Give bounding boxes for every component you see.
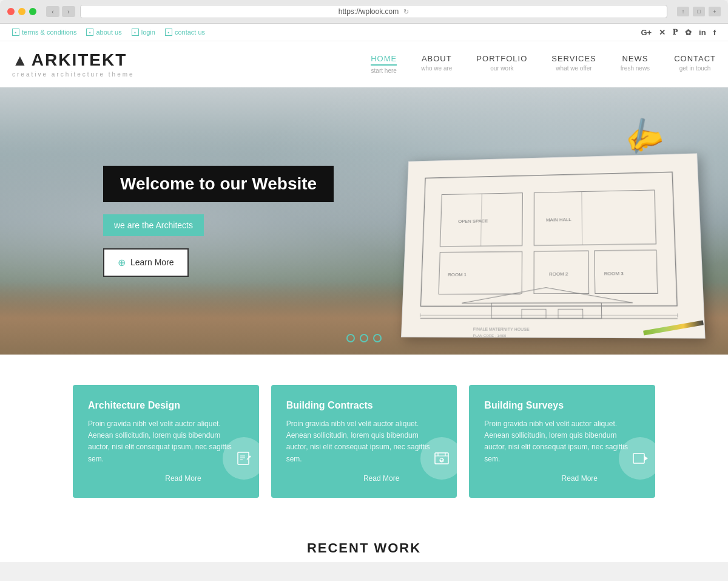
svg-text:PLAN CORE - 1:500: PLAN CORE - 1:500 [473,334,507,338]
hero-subtitle: we are the Architects [103,214,204,236]
url-text: https://wplook.com [339,7,399,16]
contact-icon: ▪ [165,29,172,36]
browser-dots [7,8,36,15]
utility-links: ▪ terms & conditions ▪ about us ▪ login … [12,29,205,36]
service-card-contracts: Building Contracts Proin gravida nibh ve… [271,385,457,498]
tab-button[interactable]: □ [693,7,705,16]
service-card-surveys: Building Surveys Proin gravida nibh vel … [469,385,655,498]
about-icon: ▪ [86,29,93,36]
logo: ▲ ARKITEKT creative architecture theme [12,50,135,78]
nav-item-about[interactable]: ABOUT who we are [421,54,452,72]
service-desc-0: Proin gravida nibh vel velit auctor aliq… [88,418,244,465]
browser-nav: ‹ › [46,6,75,17]
login-icon: ▪ [132,29,139,36]
nav-label-portfolio: PORTFOLIO [476,54,527,63]
service-card-architecture: Architecture Design Proin gravida nibh v… [73,385,259,498]
svg-marker-29 [644,456,648,461]
svg-text:ROOM 1: ROOM 1 [448,271,467,277]
nav-sub-about: who we are [421,65,452,72]
browser-chrome: ‹ › https://wplook.com ↻ ↑ □ + [0,0,728,24]
hero-content: Welcome to our Website we are the Archit… [0,166,334,277]
terms-icon: ▪ [12,29,19,36]
nav-sub-services: what we offer [556,65,592,72]
blueprint-svg: OPEN SPACE MAIN HALL ROOM 1 ROOM 2 ROOM … [402,154,704,338]
hero-blueprint: ✍ [382,130,698,336]
website: ▪ terms & conditions ▪ about us ▪ login … [0,24,728,562]
nav-item-contact[interactable]: CONTACT get in touch [674,54,716,72]
slider-dot-3[interactable] [373,334,382,342]
service-title-0: Architecture Design [88,400,244,411]
nav-item-portfolio[interactable]: PORTFOLIO our work [476,54,527,72]
twitter-icon[interactable]: ✕ [659,28,666,37]
services-section: Architecture Design Proin gravida nibh v… [0,355,728,522]
facebook-icon[interactable]: f [713,28,716,37]
learn-more-button[interactable]: ⊕ Learn More [103,248,189,277]
logo-arrow: ▲ [12,51,29,70]
logo-sub: creative architecture theme [12,71,135,78]
nav-item-news[interactable]: NEWS fresh news [621,54,650,72]
service-icon-2 [619,437,655,480]
nav-sub-portfolio: our work [490,65,513,72]
nav-label-home: HOME [371,54,397,66]
svg-rect-23 [558,309,583,318]
svg-text:ROOM 3: ROOM 3 [604,270,624,276]
nav-label-contact: CONTACT [674,54,716,63]
service-title-1: Building Contracts [286,400,442,411]
forward-button[interactable]: › [62,6,75,17]
recent-work-title: RECENT WORK [0,540,728,556]
svg-line-10 [582,192,582,245]
read-more-2[interactable]: Read More [484,474,640,483]
read-more-0[interactable]: Read More [88,474,244,483]
social-icons: G+ ✕ 𝐏 ✿ in f [641,27,716,37]
linkedin-icon[interactable]: in [699,28,706,37]
services-grid: Architecture Design Proin gravida nibh v… [73,385,655,498]
contact-link[interactable]: ▪ contact us [165,29,205,36]
dot-minimize[interactable] [18,8,25,15]
read-more-1[interactable]: Read More [286,474,442,483]
pinterest-icon[interactable]: 𝐏 [673,27,678,37]
service-icon-0 [223,437,259,480]
login-link[interactable]: ▪ login [132,29,155,36]
svg-rect-22 [522,309,546,318]
logo-text: ▲ ARKITEKT [12,50,135,70]
hero-title: Welcome to our Website [103,166,334,202]
svg-point-25 [249,455,251,457]
about-label: about us [96,29,121,36]
share-button[interactable]: ↑ [677,7,689,16]
back-button[interactable]: ‹ [46,6,59,17]
svg-rect-28 [633,454,644,463]
svg-text:OPEN SPACE: OPEN SPACE [458,219,488,225]
nav-menu: HOME start here ABOUT who we are PORTFOL… [371,54,716,74]
slider-dot-2[interactable] [360,334,368,342]
dot-maximize[interactable] [29,8,36,15]
service-icon-1 [420,437,457,480]
terms-label: terms & conditions [22,29,76,36]
google-plus-icon[interactable]: G+ [641,28,652,37]
about-link[interactable]: ▪ about us [86,29,121,36]
contact-label: contact us [175,29,205,36]
address-bar[interactable]: https://wplook.com ↻ [80,5,667,18]
new-tab-button[interactable]: + [709,7,721,16]
service-desc-1: Proin gravida nibh vel velit auctor aliq… [286,418,442,465]
nav-label-news: NEWS [622,54,648,63]
terms-link[interactable]: ▪ terms & conditions [12,29,76,36]
dot-close[interactable] [7,8,15,15]
svg-text:MAIN HALL: MAIN HALL [546,217,571,223]
slider-dot-1[interactable] [346,334,355,342]
nav-sub-home: start here [371,67,397,74]
nav-item-home[interactable]: HOME start here [371,54,397,74]
service-title-2: Building Surveys [484,400,640,411]
refresh-icon[interactable]: ↻ [403,8,409,16]
learn-more-label: Learn More [130,257,174,267]
nav-item-services[interactable]: SERVICES what we offer [551,54,596,72]
svg-marker-20 [462,287,632,303]
svg-rect-21 [491,303,602,319]
service-desc-2: Proin gravida nibh vel velit auctor aliq… [484,418,640,465]
learn-more-icon: ⊕ [118,257,126,268]
blueprint-paper: OPEN SPACE MAIN HALL ROOM 1 ROOM 2 ROOM … [401,153,706,338]
dribbble-icon[interactable]: ✿ [685,28,692,37]
slider-dots [346,334,382,342]
nav-label-about: ABOUT [422,54,452,63]
hero-section: ✍ [0,87,728,355]
nav-label-services: SERVICES [551,54,596,63]
